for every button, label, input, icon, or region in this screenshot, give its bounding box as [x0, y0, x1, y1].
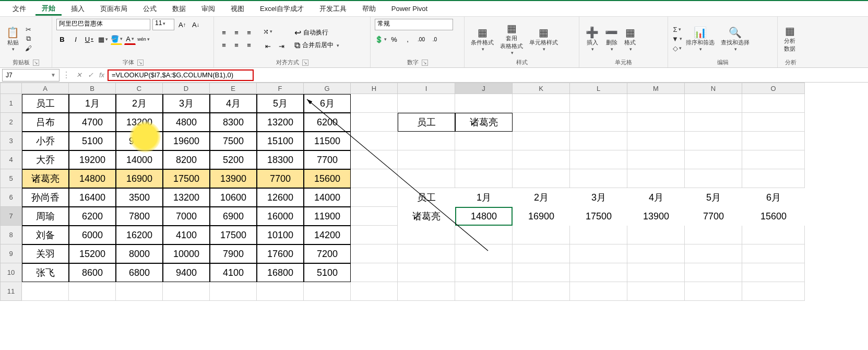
cell-J6[interactable]: 1月 — [455, 188, 513, 207]
cell-E5[interactable]: 13900 — [210, 169, 257, 188]
cell-K9[interactable] — [513, 244, 570, 263]
cell-C6[interactable]: 3500 — [116, 188, 163, 207]
cell-G3[interactable]: 11500 — [304, 132, 351, 150]
fill-icon[interactable]: ▼▾ — [672, 34, 682, 43]
cell-O9[interactable] — [742, 244, 805, 263]
cell-O3[interactable] — [742, 132, 805, 150]
cell-G2[interactable]: 6200 — [304, 113, 351, 132]
cell-H11[interactable] — [351, 282, 398, 301]
col-header-A[interactable]: A — [22, 83, 69, 94]
cell-K4[interactable] — [513, 150, 570, 169]
cell-N11[interactable] — [685, 282, 742, 301]
cell-A3[interactable]: 小乔 — [22, 132, 69, 150]
italic-button[interactable]: I — [70, 33, 81, 45]
cell-A2[interactable]: 吕布 — [22, 113, 69, 132]
cell-A5[interactable]: 诸葛亮 — [22, 169, 69, 188]
cell-E2[interactable]: 8300 — [210, 113, 257, 132]
cell-A8[interactable]: 刘备 — [22, 226, 69, 244]
cell-H5[interactable] — [351, 169, 398, 188]
cell-L8[interactable] — [570, 226, 627, 244]
comma-format-icon[interactable]: , — [402, 33, 413, 45]
ribbon-tab-5[interactable]: 数据 — [166, 2, 192, 16]
cell-I8[interactable] — [398, 226, 455, 244]
col-header-F[interactable]: F — [257, 83, 304, 94]
number-format-select[interactable]: 常规 — [375, 19, 453, 30]
phonetic-button[interactable]: wén▾ — [138, 33, 149, 45]
cell-L4[interactable] — [570, 150, 627, 169]
cell-C8[interactable]: 16200 — [116, 226, 163, 244]
orientation-icon[interactable]: ⤭▾ — [262, 26, 274, 37]
row-header-1[interactable]: 1 — [0, 94, 22, 113]
cell-B11[interactable] — [69, 282, 116, 301]
cell-G7[interactable]: 11900 — [304, 207, 351, 226]
cell-A7[interactable]: 周瑜 — [22, 207, 69, 226]
ribbon-tab-4[interactable]: 公式 — [137, 2, 163, 16]
cell-C5[interactable]: 16900 — [116, 169, 163, 188]
cell-L3[interactable] — [570, 132, 627, 150]
col-header-M[interactable]: M — [627, 83, 685, 94]
cell-F10[interactable]: 16800 — [257, 263, 304, 282]
cell-C9[interactable]: 8000 — [116, 244, 163, 263]
conditional-format-button[interactable]: ▦条件格式▾ — [469, 25, 496, 53]
align-bottom-icon[interactable]: ≡ — [243, 27, 255, 38]
cell-J11[interactable] — [455, 282, 513, 301]
cell-N9[interactable] — [685, 244, 742, 263]
cell-C10[interactable]: 6800 — [116, 263, 163, 282]
cell-J4[interactable] — [455, 150, 513, 169]
cell-L2[interactable] — [570, 113, 627, 132]
cell-D10[interactable]: 9400 — [163, 263, 210, 282]
cell-I3[interactable] — [398, 132, 455, 150]
cell-O8[interactable] — [742, 226, 805, 244]
cell-M10[interactable] — [627, 263, 685, 282]
cell-E7[interactable]: 6900 — [210, 207, 257, 226]
decrease-indent-icon[interactable]: ⇤ — [262, 40, 274, 52]
cell-K7[interactable]: 16900 — [513, 207, 570, 226]
underline-button[interactable]: U▾ — [84, 33, 95, 45]
row-header-11[interactable]: 11 — [0, 282, 22, 301]
ribbon-tab-9[interactable]: 开发工具 — [313, 2, 353, 16]
cell-L10[interactable] — [570, 263, 627, 282]
cell-D3[interactable]: 19600 — [163, 132, 210, 150]
cell-M8[interactable] — [627, 226, 685, 244]
cell-O10[interactable] — [742, 263, 805, 282]
cell-M3[interactable] — [627, 132, 685, 150]
cell-A4[interactable]: 大乔 — [22, 150, 69, 169]
cell-I5[interactable] — [398, 169, 455, 188]
formula-input[interactable]: =VLOOKUP($I7,$A:$G,COLUMN(B1),0) — [108, 69, 254, 81]
font-size-select[interactable]: 11▾ — [152, 19, 174, 30]
cell-N8[interactable] — [685, 226, 742, 244]
cell-J7[interactable]: 14800 — [455, 207, 513, 226]
align-top-icon[interactable]: ≡ — [218, 27, 230, 38]
cell-M4[interactable] — [627, 150, 685, 169]
decrease-font-icon[interactable]: A↓ — [190, 19, 201, 30]
cell-I11[interactable] — [398, 282, 455, 301]
cell-K2[interactable] — [513, 113, 570, 132]
cell-B3[interactable]: 5100 — [69, 132, 116, 150]
row-header-6[interactable]: 6 — [0, 188, 22, 207]
format-painter-icon[interactable]: 🖌 — [23, 44, 33, 52]
row-header-8[interactable]: 8 — [0, 226, 22, 244]
ribbon-tab-8[interactable]: Excel自学成才 — [254, 2, 310, 16]
cell-A6[interactable]: 孙尚香 — [22, 188, 69, 207]
cell-M5[interactable] — [627, 169, 685, 188]
cell-F2[interactable]: 13200 — [257, 113, 304, 132]
delete-cells-button[interactable]: ➖删除▾ — [603, 25, 620, 53]
ribbon-tab-10[interactable]: 帮助 — [356, 2, 382, 16]
cell-K10[interactable] — [513, 263, 570, 282]
cell-E8[interactable]: 17500 — [210, 226, 257, 244]
cut-icon[interactable]: ✂ — [23, 25, 33, 33]
insert-cells-button[interactable]: ➕插入▾ — [584, 25, 601, 53]
cell-N1[interactable] — [685, 94, 742, 113]
col-header-G[interactable]: G — [304, 83, 351, 94]
cell-M11[interactable] — [627, 282, 685, 301]
cell-J10[interactable] — [455, 263, 513, 282]
ribbon-tab-11[interactable]: Power Pivot — [385, 3, 434, 15]
cell-A11[interactable] — [22, 282, 69, 301]
cell-G4[interactable]: 7700 — [304, 150, 351, 169]
ribbon-tab-0[interactable]: 文件 — [6, 2, 32, 16]
col-header-N[interactable]: N — [685, 83, 742, 94]
font-name-select[interactable]: 阿里巴巴普惠体 — [56, 19, 150, 30]
cell-M2[interactable] — [627, 113, 685, 132]
cell-F1[interactable]: 5月 — [257, 94, 304, 113]
sort-filter-button[interactable]: 📊排序和筛选▾ — [684, 25, 717, 53]
